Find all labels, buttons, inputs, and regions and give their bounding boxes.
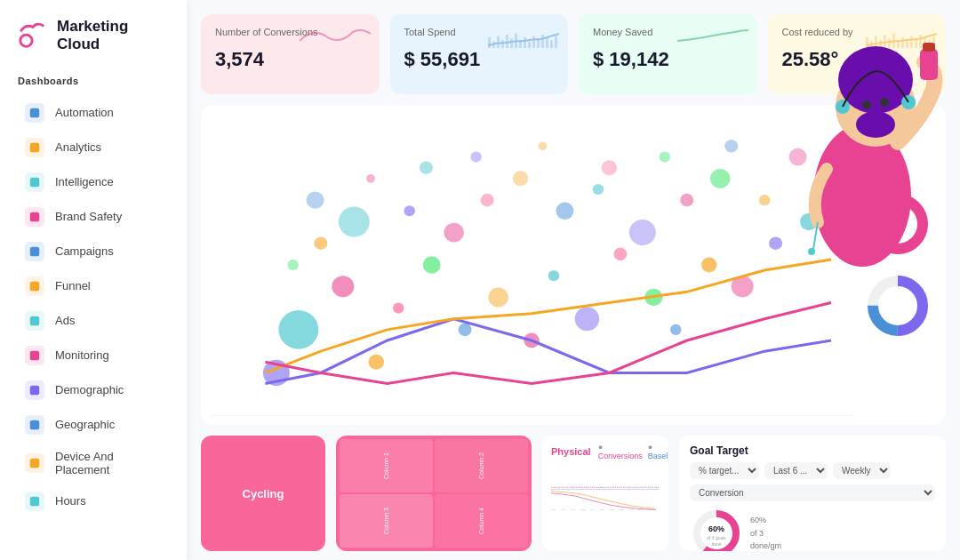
metric-card-cost-reduced: Cost reduced by25.58° xyxy=(768,14,947,94)
svg-text:19:00: 19:00 xyxy=(609,508,614,510)
goal-dropdown-3[interactable]: Weekly xyxy=(833,462,891,479)
sparkline-cost-reduced xyxy=(866,23,937,50)
sidebar-item-automation[interactable]: Automation xyxy=(7,96,180,130)
svg-point-66 xyxy=(404,205,414,216)
sidebar-item-funnel[interactable]: Funnel xyxy=(7,269,180,303)
svg-point-70 xyxy=(556,203,573,220)
sidebar-item-label-demographic: Demographic xyxy=(55,383,124,396)
sidebar-item-brand-safety[interactable]: Brand Safety xyxy=(7,200,180,234)
svg-text:16:00: 16:00 xyxy=(580,508,586,510)
goal-dropdown-2[interactable]: Last 6 ... xyxy=(764,462,828,479)
svg-point-57 xyxy=(613,248,627,261)
svg-rect-32 xyxy=(879,40,882,48)
svg-rect-13 xyxy=(488,37,491,48)
treemap-card: Column 1 Column 2 Column 3 Column 4 xyxy=(336,436,532,551)
physical-chart-card: Physical ● Conversions ● Baseline ● Targ… xyxy=(542,436,668,551)
svg-point-74 xyxy=(710,169,730,188)
treemap-cell-4: Column 4 xyxy=(435,494,528,548)
svg-rect-42 xyxy=(924,37,926,48)
sidebar-item-analytics[interactable]: Analytics xyxy=(7,131,180,164)
goal-dropdown-conversion[interactable]: Conversion xyxy=(690,484,935,501)
svg-rect-2 xyxy=(30,143,40,153)
goal-dropdowns-row: % target... Last 6 ... Weekly xyxy=(690,462,935,479)
sidebar-item-geographic[interactable]: Geographic xyxy=(7,408,180,442)
svg-point-78 xyxy=(307,191,324,208)
svg-rect-30 xyxy=(870,42,873,49)
svg-text:60%: 60% xyxy=(708,524,724,533)
svg-point-69 xyxy=(513,171,528,186)
svg-point-62 xyxy=(769,236,782,250)
svg-rect-5 xyxy=(30,247,40,257)
goal-donut-row: 60% of 3 goals done 60% of 3 done/gm xyxy=(690,507,935,551)
treemap-grid: Column 1 Column 2 Column 3 Column 4 xyxy=(336,436,532,551)
svg-rect-8 xyxy=(30,351,40,361)
sidebar-item-label-hours: Hours xyxy=(55,494,86,508)
goal-stats: 60% of 3 done/gm xyxy=(750,514,781,551)
svg-rect-6 xyxy=(30,282,40,292)
svg-rect-21 xyxy=(524,37,526,48)
sidebar-item-label-campaigns: Campaigns xyxy=(55,244,114,258)
sidebar-item-hours[interactable]: Hours xyxy=(7,484,180,518)
goal-dropdown-1[interactable]: % target... xyxy=(690,462,759,479)
metric-value-conversions: 3,574 xyxy=(215,48,365,71)
sidebar-item-campaigns[interactable]: Campaigns xyxy=(7,235,180,268)
sidebar-item-device-placement[interactable]: Device And Placement xyxy=(7,443,180,484)
sparkline-total-spend xyxy=(488,23,559,50)
svg-rect-43 xyxy=(928,40,931,48)
sidebar-item-demographic[interactable]: Demographic xyxy=(7,373,180,407)
svg-point-86 xyxy=(789,148,807,165)
svg-point-73 xyxy=(680,194,693,207)
svg-point-47 xyxy=(332,276,354,297)
donut-chart-1 xyxy=(862,188,933,260)
device-placement-icon xyxy=(25,453,44,473)
goal-donut: 60% of 3 goals done xyxy=(690,507,743,551)
sparkline-money-saved xyxy=(677,23,748,50)
svg-rect-20 xyxy=(519,40,522,48)
sidebar-items: AutomationAnalyticsIntelligenceBrand Saf… xyxy=(0,95,187,519)
app-title: Marketing Cloud xyxy=(57,18,169,54)
svg-rect-26 xyxy=(546,37,548,48)
svg-rect-16 xyxy=(501,40,504,48)
svg-rect-3 xyxy=(30,178,40,188)
funnel-icon xyxy=(25,276,44,296)
svg-rect-19 xyxy=(515,34,517,49)
cycling-card: Cycling xyxy=(201,436,325,551)
svg-point-59 xyxy=(670,324,681,335)
logo: Marketing Cloud xyxy=(0,18,187,76)
sidebar-item-label-intelligence: Intelligence xyxy=(55,175,114,188)
svg-rect-34 xyxy=(888,39,891,49)
svg-point-72 xyxy=(629,220,656,245)
svg-point-65 xyxy=(339,206,370,236)
svg-rect-1 xyxy=(30,108,40,118)
svg-rect-41 xyxy=(919,35,922,48)
metric-card-total-spend: Total Spend$ 55,691 xyxy=(390,14,569,94)
svg-rect-15 xyxy=(497,36,500,49)
svg-rect-11 xyxy=(30,459,40,468)
svg-rect-44 xyxy=(932,36,935,49)
svg-rect-28 xyxy=(555,36,557,49)
automation-icon xyxy=(25,103,44,123)
main-content: Number of Conversions3,574Total Spend$ 5… xyxy=(187,0,960,560)
svg-rect-22 xyxy=(528,42,531,49)
sidebar-item-monitoring[interactable]: Monitoring xyxy=(7,339,180,372)
svg-point-81 xyxy=(470,152,481,163)
svg-rect-12 xyxy=(30,497,40,507)
sidebar-item-intelligence[interactable]: Intelligence xyxy=(7,165,180,199)
chart-svg xyxy=(210,114,853,416)
metric-cards-row: Number of Conversions3,574Total Spend$ 5… xyxy=(201,14,946,94)
bubble-chart xyxy=(210,114,853,416)
svg-text:14:00: 14:00 xyxy=(561,508,566,510)
logo-icon xyxy=(18,20,48,52)
chart-area xyxy=(201,105,946,425)
geographic-icon xyxy=(25,415,44,435)
sidebar-item-label-geographic: Geographic xyxy=(55,418,115,431)
svg-rect-29 xyxy=(866,37,868,48)
svg-point-76 xyxy=(818,160,833,175)
sidebar-section-title: Dashboards xyxy=(0,76,187,95)
svg-point-53 xyxy=(488,288,508,308)
svg-rect-33 xyxy=(884,35,886,48)
sparkline-conversions xyxy=(300,23,371,50)
svg-rect-18 xyxy=(510,39,513,49)
svg-point-63 xyxy=(800,213,818,230)
sidebar-item-ads[interactable]: Ads xyxy=(7,304,180,338)
